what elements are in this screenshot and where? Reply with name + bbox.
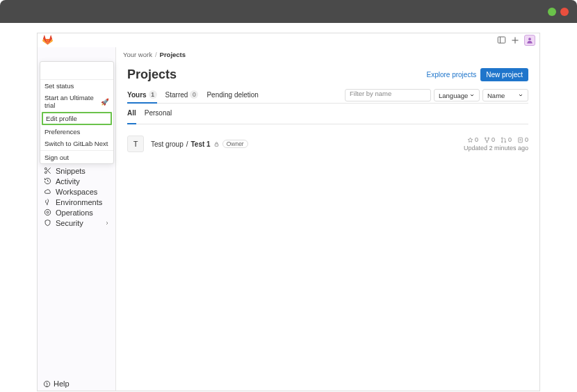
user-menu-preferences[interactable]: Preferences bbox=[40, 126, 113, 138]
cloud-icon bbox=[43, 188, 51, 196]
chevron-down-icon bbox=[469, 92, 475, 98]
gitlab-logo-icon[interactable] bbox=[42, 35, 53, 46]
tab-pending[interactable]: Pending deletion bbox=[206, 88, 259, 103]
project-avatar: T bbox=[127, 136, 144, 152]
sort-select[interactable]: Name bbox=[482, 89, 528, 101]
tabs: Yours 1 Starred 0 Pending deletion Filt bbox=[127, 88, 528, 104]
subtab-all[interactable]: All bbox=[127, 108, 136, 120]
user-menu-header bbox=[40, 62, 113, 80]
shield-icon bbox=[43, 219, 51, 227]
topbar bbox=[38, 33, 539, 47]
content: Projects Explore projects New project Yo… bbox=[116, 62, 539, 391]
body: To-Do List Milestones Snippets Activity bbox=[38, 47, 539, 391]
sidebar-item-operations[interactable]: Operations bbox=[38, 207, 115, 218]
breadcrumb: Your work / Projects bbox=[116, 47, 539, 62]
tab-yours-count: 1 bbox=[149, 90, 157, 99]
sidebar-help[interactable]: Help bbox=[38, 376, 115, 391]
forks-stat: 0 bbox=[484, 136, 495, 143]
breadcrumb-current: Projects bbox=[160, 51, 186, 58]
language-select[interactable]: Language bbox=[434, 89, 480, 101]
svg-point-16 bbox=[487, 141, 488, 142]
svg-point-10 bbox=[47, 211, 49, 213]
sidebar-item-environments[interactable]: Environments bbox=[38, 197, 115, 207]
svg-point-9 bbox=[44, 209, 50, 215]
sidebar-toggle-icon[interactable] bbox=[496, 35, 506, 45]
sidebar-label: Workspaces bbox=[56, 188, 97, 196]
lock-icon bbox=[213, 141, 220, 147]
user-avatar[interactable] bbox=[524, 35, 535, 46]
svg-point-14 bbox=[485, 137, 486, 138]
user-menu-edit-profile[interactable]: Edit profile bbox=[42, 112, 112, 125]
help-label: Help bbox=[54, 379, 70, 388]
svg-point-12 bbox=[47, 385, 47, 386]
project-role-badge: Owner bbox=[222, 140, 248, 148]
project-list: T Test group / Test 1 Owner bbox=[127, 124, 528, 158]
issues-stat: 0 bbox=[517, 136, 528, 143]
sidebar-label: Activity bbox=[56, 177, 80, 186]
sidebar-item-activity[interactable]: Activity bbox=[38, 176, 115, 186]
rocket-icon: 🚀 bbox=[101, 98, 109, 106]
new-project-button[interactable]: New project bbox=[480, 68, 528, 81]
window-minimize-dot[interactable] bbox=[548, 8, 556, 16]
sidebar-label: Snippets bbox=[56, 167, 86, 175]
svg-point-18 bbox=[501, 137, 503, 138]
svg-rect-0 bbox=[498, 37, 505, 43]
history-icon bbox=[43, 177, 51, 186]
svg-point-7 bbox=[44, 172, 47, 174]
svg-point-4 bbox=[528, 38, 531, 40]
svg-point-15 bbox=[488, 137, 489, 138]
sidebar-item-security[interactable]: Security bbox=[38, 218, 115, 228]
chevron-right-icon bbox=[104, 220, 110, 226]
sidebar-label: Operations bbox=[56, 209, 93, 217]
scissors-icon bbox=[43, 167, 51, 175]
tab-starred[interactable]: Starred 0 bbox=[165, 88, 199, 103]
project-stats: 0 0 0 0 bbox=[464, 136, 528, 143]
svg-point-17 bbox=[501, 141, 503, 142]
user-menu-trial[interactable]: Start an Ultimate trial 🚀 bbox=[40, 92, 113, 111]
project-updated: Updated 2 minutes ago bbox=[464, 145, 528, 152]
mrs-stat: 0 bbox=[501, 136, 512, 143]
explore-projects-link[interactable]: Explore projects bbox=[426, 71, 476, 79]
svg-rect-13 bbox=[215, 143, 218, 145]
sidebar-label: Environments bbox=[56, 198, 102, 206]
tab-yours[interactable]: Yours 1 bbox=[127, 88, 157, 103]
project-name: Test 1 bbox=[190, 140, 210, 148]
svg-point-19 bbox=[505, 141, 506, 142]
stars-stat: 0 bbox=[467, 136, 478, 143]
user-menu-switch-next[interactable]: Switch to GitLab Next bbox=[40, 138, 113, 149]
environment-icon bbox=[43, 198, 51, 206]
main: Your work / Projects Projects Explore pr… bbox=[116, 47, 539, 391]
window: To-Do List Milestones Snippets Activity bbox=[0, 0, 577, 392]
plus-icon[interactable] bbox=[510, 35, 520, 45]
window-close-dot[interactable] bbox=[560, 8, 569, 16]
user-menu: Set status Start an Ultimate trial 🚀 Edi… bbox=[40, 61, 114, 164]
titlebar bbox=[0, 0, 577, 23]
subtabs: All Personal bbox=[127, 104, 528, 124]
projects-header: Projects Explore projects New project bbox=[127, 67, 528, 82]
svg-point-8 bbox=[44, 168, 47, 170]
breadcrumb-root[interactable]: Your work bbox=[123, 51, 152, 58]
user-menu-sign-out[interactable]: Sign out bbox=[40, 152, 113, 163]
sidebar-label: Security bbox=[56, 219, 83, 227]
page-title: Projects bbox=[127, 67, 177, 82]
project-path: Test group / Test 1 Owner bbox=[151, 140, 464, 148]
project-row[interactable]: T Test group / Test 1 Owner bbox=[127, 130, 528, 158]
chevron-down-icon bbox=[518, 92, 523, 98]
breadcrumb-sep: / bbox=[155, 51, 157, 58]
tab-starred-count: 0 bbox=[190, 90, 198, 99]
sidebar-item-snippets[interactable]: Snippets bbox=[38, 165, 115, 176]
subtab-personal[interactable]: Personal bbox=[145, 108, 172, 120]
operations-icon bbox=[43, 209, 51, 217]
app-frame: To-Do List Milestones Snippets Activity bbox=[37, 33, 540, 391]
svg-rect-20 bbox=[519, 138, 523, 142]
project-group: Test group bbox=[151, 140, 184, 148]
user-menu-set-status[interactable]: Set status bbox=[40, 80, 113, 92]
filter-by-name-input[interactable]: Filter by name bbox=[345, 89, 431, 101]
sidebar-item-workspaces[interactable]: Workspaces bbox=[38, 186, 115, 197]
help-icon bbox=[43, 380, 51, 388]
divider bbox=[40, 150, 113, 151]
